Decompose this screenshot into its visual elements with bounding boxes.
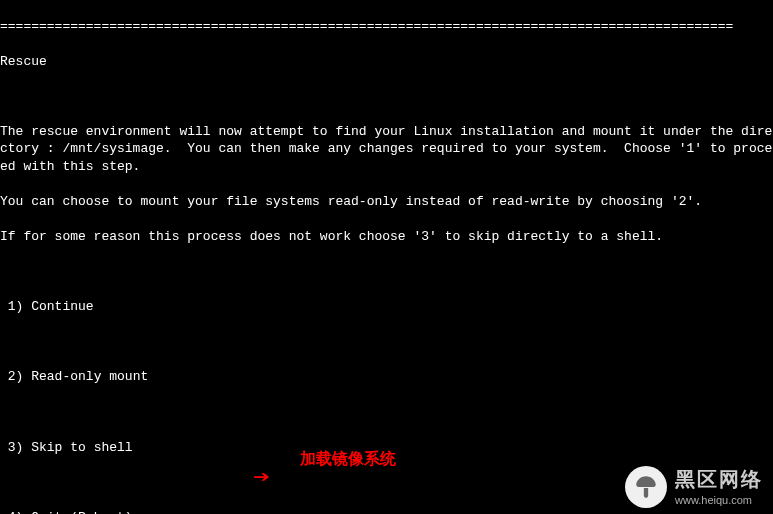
mushroom-icon — [633, 474, 659, 500]
annotation-label: 加载镜像系统 — [300, 450, 396, 472]
blank-line — [0, 333, 773, 351]
separator-line: ========================================… — [0, 18, 773, 36]
terminal-output: ========================================… — [0, 0, 773, 514]
menu-option-quit[interactable]: 4) Quit (Reboot) — [0, 509, 773, 514]
watermark-text: 黑区网络 www.heiqu.com — [675, 466, 763, 508]
blank-line — [0, 404, 773, 422]
watermark-title: 黑区网络 — [675, 466, 763, 493]
menu-option-continue[interactable]: 1) Continue — [0, 298, 773, 316]
watermark-url: www.heiqu.com — [675, 493, 763, 508]
rescue-body-p1: The rescue environment will now attempt … — [0, 123, 773, 176]
rescue-body-p3: If for some reason this process does not… — [0, 228, 773, 246]
rescue-body-p2: You can choose to mount your file system… — [0, 193, 773, 211]
menu-option-readonly[interactable]: 2) Read-only mount — [0, 368, 773, 386]
blank-line — [0, 88, 773, 106]
annotation-arrow-icon: ➔ — [253, 464, 270, 494]
rescue-header: Rescue — [0, 53, 773, 71]
watermark-logo-icon — [625, 466, 667, 508]
watermark: 黑区网络 www.heiqu.com — [625, 466, 763, 508]
blank-line — [0, 263, 773, 281]
